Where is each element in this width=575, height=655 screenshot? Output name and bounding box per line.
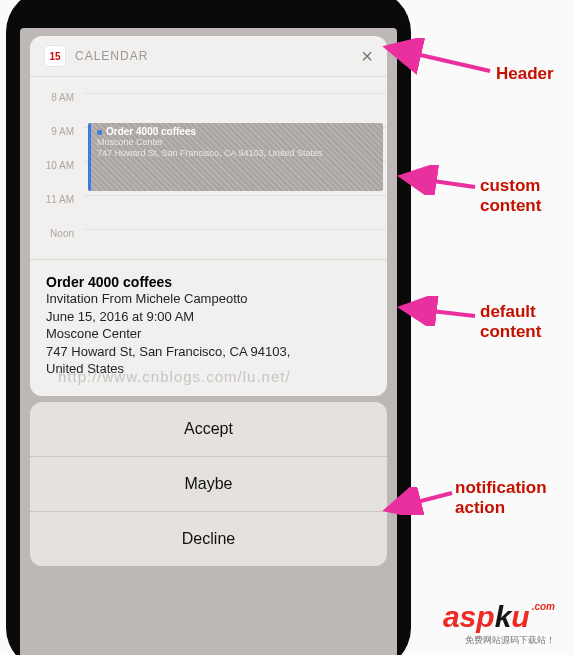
notification-card: 15 CALENDAR × 8 AM 9 AM 10 AM 11 AM Noon…: [30, 36, 387, 396]
logo-text: asp: [443, 600, 495, 633]
detail-address-1: 747 Howard St, San Francisco, CA 94103,: [46, 343, 371, 361]
detail-location: Moscone Center: [46, 325, 371, 343]
event-address: 747 Howard St, San Francisco, CA 94103, …: [97, 148, 377, 159]
annotation-header: Header: [496, 64, 554, 84]
event-location: Moscone Center: [97, 137, 377, 148]
logo-subtitle: 免费网站源码下载站！: [443, 634, 555, 647]
detail-datetime: June 15, 2016 at 9:00 AM: [46, 308, 371, 326]
close-icon[interactable]: ×: [361, 46, 373, 66]
maybe-button[interactable]: Maybe: [30, 457, 387, 512]
arrow-icon: [395, 296, 480, 326]
arrow-icon: [395, 165, 480, 195]
hour-label: 11 AM: [30, 195, 84, 205]
accept-button[interactable]: Accept: [30, 402, 387, 457]
phone-frame: 15 CALENDAR × 8 AM 9 AM 10 AM 11 AM Noon…: [6, 0, 411, 655]
arrow-icon: [380, 487, 460, 515]
phone-screen: 15 CALENDAR × 8 AM 9 AM 10 AM 11 AM Noon…: [20, 28, 397, 655]
event-title: Order 4000 coffees: [106, 126, 196, 137]
annotation-action: notification action: [455, 478, 565, 518]
decline-button[interactable]: Decline: [30, 512, 387, 566]
detail-title: Order 4000 coffees: [46, 274, 371, 290]
annotation-custom: custom content: [480, 176, 570, 216]
hour-label: Noon: [30, 229, 84, 239]
watermark-text: http://www.cnblogs.com/lu.net/: [58, 368, 291, 385]
hour-label: 8 AM: [30, 93, 84, 103]
svg-line-1: [390, 48, 490, 71]
calendar-icon: 15: [44, 45, 66, 67]
arrow-icon: [380, 38, 495, 78]
detail-invitation: Invitation From Michele Campeotto: [46, 290, 371, 308]
svg-line-7: [390, 493, 452, 509]
timeline: 8 AM 9 AM 10 AM 11 AM Noon Order 4000 co…: [30, 77, 387, 259]
hour-label: 10 AM: [30, 161, 84, 171]
svg-line-5: [405, 308, 475, 316]
site-logo: aspku.com 免费网站源码下载站！: [443, 602, 555, 647]
hour-label: 9 AM: [30, 127, 84, 137]
annotation-default: default content: [480, 302, 570, 342]
calendar-event-block[interactable]: Order 4000 coffees Moscone Center 747 Ho…: [88, 123, 383, 191]
logo-suffix: .com: [532, 601, 555, 612]
notification-actions: Accept Maybe Decline: [30, 402, 387, 566]
svg-line-3: [405, 177, 475, 187]
event-color-dot: [97, 130, 102, 135]
header-title: CALENDAR: [75, 49, 361, 63]
notification-header: 15 CALENDAR ×: [30, 36, 387, 77]
